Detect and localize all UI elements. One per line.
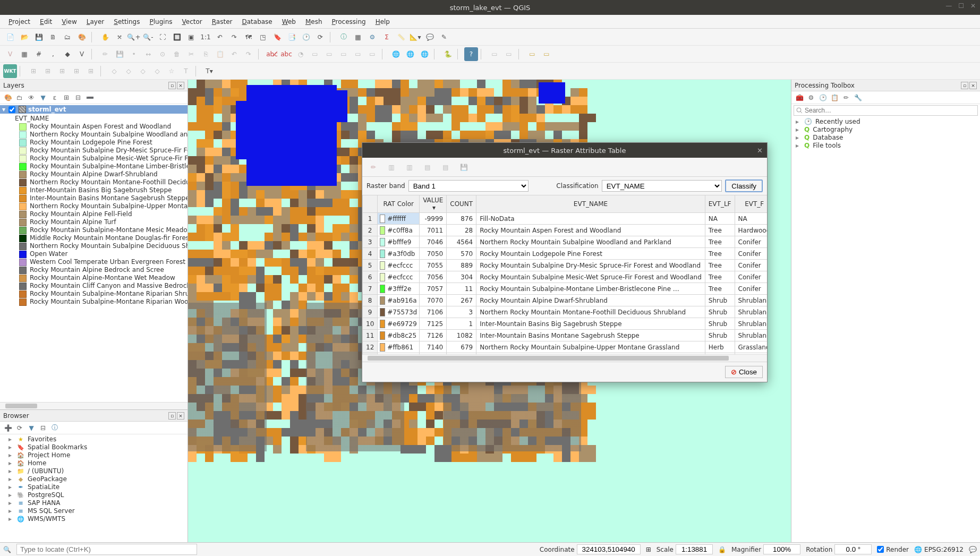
rat-table[interactable]: RAT ColorVALUE ▾COUNTEVT_NAMEEVT_LFEVT_F… — [362, 195, 767, 354]
rat-color-cell[interactable]: #bfffe9 — [378, 236, 420, 248]
scale-input[interactable] — [676, 544, 713, 554]
rat-evtf-cell[interactable]: Shrubland — [735, 318, 767, 330]
rat-count-cell[interactable]: 876 — [447, 213, 476, 225]
select2-icon[interactable]: ▭ — [502, 47, 516, 61]
legend-item[interactable]: Northern Rocky Mountain Montane-Foothill… — [0, 178, 188, 186]
processing-item[interactable]: ▸QFile tools — [794, 142, 978, 150]
help-icon[interactable]: ? — [464, 47, 478, 61]
browser-collapse-icon[interactable]: ⊟ — [38, 423, 48, 433]
legend-item[interactable]: Rocky Mountain Alpine-Montane Wet Meadow — [0, 274, 188, 282]
menu-database[interactable]: Database — [237, 16, 276, 28]
rat-color-cell[interactable]: #3fff2e — [378, 283, 420, 295]
legend-item[interactable]: Middle Rocky Mountain Montane Douglas-fi… — [0, 234, 188, 242]
delete-selected-icon[interactable]: 🗑 — [170, 47, 184, 61]
toggle-editing-icon[interactable]: ✏ — [98, 47, 112, 61]
add-delimited-icon[interactable]: , — [46, 47, 60, 61]
refresh-icon[interactable]: ⟳ — [313, 30, 327, 44]
proc-edit-icon[interactable]: ✏ — [841, 93, 851, 102]
rat-evtname-cell[interactable]: Northern Rocky Mountain Subalpine Woodla… — [476, 236, 705, 248]
rat-value-cell[interactable]: 7106 — [420, 306, 447, 318]
browser-item[interactable]: ▸🐘PostgreSQL — [0, 491, 188, 499]
menu-processing[interactable]: Processing — [328, 16, 370, 28]
rat-column-header[interactable]: COUNT — [447, 195, 476, 213]
rat-value-cell[interactable]: -9999 — [420, 213, 447, 225]
rotation-input[interactable] — [834, 544, 872, 554]
rat-save-icon[interactable]: 💾 — [457, 160, 471, 174]
rat-evtf-cell[interactable]: Conifer — [735, 260, 767, 271]
redo-icon[interactable]: ↷ — [242, 47, 255, 61]
proc-toolbox-icon[interactable]: 🧰 — [795, 93, 804, 102]
temporal-controller-icon[interactable]: 🕑 — [299, 30, 313, 44]
legend-item[interactable]: Rocky Mountain Subalpine-Montane Riparia… — [0, 298, 188, 306]
add-raster-icon[interactable]: ▦ — [18, 47, 31, 61]
menu-view[interactable]: View — [57, 16, 81, 28]
open-attribute-table-icon[interactable]: ▦ — [351, 30, 365, 44]
browser-item[interactable]: ▸🏠Home — [0, 459, 188, 467]
add-mesh-icon[interactable]: # — [32, 47, 46, 61]
rat-evtlf-cell[interactable]: Tree — [705, 248, 735, 260]
pan-icon[interactable]: ✋ — [98, 30, 112, 44]
labels-icon[interactable]: abc — [279, 47, 293, 61]
layer-root-item[interactable]: ▾ storml_evt — [0, 105, 188, 114]
measure-dropdown-icon[interactable]: 📐▾ — [408, 30, 422, 44]
proc-model-icon[interactable]: ⚙ — [806, 93, 816, 102]
move-feature-icon[interactable]: ↔ — [141, 47, 155, 61]
rat-evtlf-cell[interactable]: Shrub — [705, 330, 735, 341]
label-tool4-icon[interactable]: ▭ — [351, 47, 365, 61]
legend-item[interactable]: Rocky Mountain Lodgepole Pine Forest — [0, 139, 188, 147]
label-tool3-icon[interactable]: ▭ — [337, 47, 351, 61]
legend-item[interactable]: Rocky Mountain Alpine Turf — [0, 218, 188, 226]
rat-count-cell[interactable]: 889 — [447, 260, 476, 271]
legend-item[interactable]: Open Water — [0, 250, 188, 258]
node-tool-icon[interactable]: ⊙ — [156, 47, 169, 61]
rat-evtf-cell[interactable]: Conifer — [735, 236, 767, 248]
label-tool1-icon[interactable]: ▭ — [308, 47, 322, 61]
filter-expression-icon[interactable]: ε — [50, 93, 59, 102]
browser-item[interactable]: ▸🔖Spatial Bookmarks — [0, 443, 188, 451]
dialog-close-x-icon[interactable]: ✕ — [757, 147, 763, 155]
rat-value-cell[interactable]: 7056 — [420, 271, 447, 283]
menu-help[interactable]: Help — [371, 16, 394, 28]
crs-button[interactable]: 🌐 EPSG:26912 — [914, 546, 964, 553]
style-manager-icon[interactable]: 🎨 — [75, 30, 89, 44]
zoom-native-icon[interactable]: 1:1 — [199, 30, 212, 44]
menu-vector[interactable]: Vector — [178, 16, 207, 28]
browser-item[interactable]: ▸★Favorites — [0, 435, 188, 443]
browser-add-icon[interactable]: ➕ — [3, 423, 13, 433]
rat-color-cell[interactable]: #ecfccc — [378, 260, 420, 271]
metasearch-icon[interactable]: 🌐 — [389, 47, 403, 61]
manage-themes-icon[interactable]: 👁 — [27, 93, 36, 102]
rat-value-cell[interactable]: 7140 — [420, 341, 447, 353]
add-feature-icon[interactable]: • — [127, 47, 141, 61]
legend-item[interactable]: Rocky Mountain Subalpine Dry-Mesic Spruc… — [0, 147, 188, 155]
rat-value-cell[interactable]: 7057 — [420, 283, 447, 295]
rat-count-cell[interactable]: 1 — [447, 318, 476, 330]
messages-icon[interactable]: 💬 — [969, 546, 977, 553]
annotation2-icon[interactable]: T▾ — [202, 64, 216, 78]
browser-item[interactable]: ▸≡MS SQL Server — [0, 507, 188, 515]
rat-evtlf-cell[interactable]: Tree — [705, 271, 735, 283]
new-map-view-icon[interactable]: 🗺 — [242, 30, 255, 44]
table-row[interactable]: 4#a3f0db7050570Rocky Mountain Lodgepole … — [363, 248, 768, 260]
rat-evtf-cell[interactable]: Shrubland — [735, 306, 767, 318]
snap2-icon[interactable]: ⊞ — [41, 64, 55, 78]
processing-item[interactable]: ▸QCartography — [794, 126, 978, 134]
pan-to-selection-icon[interactable]: ⤧ — [113, 30, 126, 44]
label-tool5-icon[interactable]: ▭ — [365, 47, 379, 61]
rat-evtf-cell[interactable]: Hardwood — [735, 225, 767, 236]
label-tool2-icon[interactable]: ▭ — [322, 47, 336, 61]
rat-value-cell[interactable]: 7055 — [420, 260, 447, 271]
table-row[interactable]: 10#e6972971251Inter-Mountain Basins Big … — [363, 318, 768, 330]
rat-evtf-cell[interactable]: Conifer — [735, 248, 767, 260]
collapse-all-icon[interactable]: ⊟ — [73, 93, 83, 102]
new-project-icon[interactable]: 📄 — [3, 30, 17, 44]
maximize-button[interactable]: ☐ — [958, 2, 964, 10]
adv2-icon[interactable]: ◇ — [122, 64, 135, 78]
browser-refresh-icon[interactable]: ⟳ — [15, 423, 24, 433]
rat-hscrollbar[interactable] — [362, 354, 767, 362]
zoom-out-icon[interactable]: 🔍- — [141, 30, 155, 44]
legend-item[interactable]: Northern Rocky Mountain Subalpine Decidu… — [0, 242, 188, 250]
layers-hscrollbar[interactable] — [0, 402, 188, 409]
layer-visibility-checkbox[interactable] — [8, 106, 15, 113]
menu-mesh[interactable]: Mesh — [301, 16, 327, 28]
